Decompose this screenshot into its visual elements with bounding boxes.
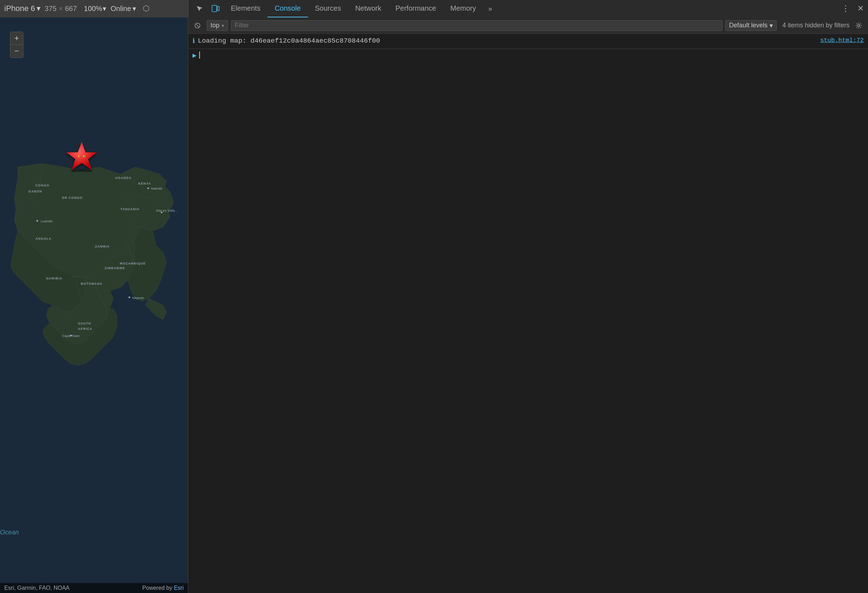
map-label-uganda: UGANDA: [115, 176, 131, 180]
main-content: GABON CONGO DR CONGO UGANDA KENYA TANZAN…: [0, 18, 868, 593]
map-label-kenya: KENYA: [138, 182, 151, 185]
tab-console[interactable]: Console: [267, 0, 307, 18]
console-log-entry-0: ℹ Loading map: d46eaef12c0a4864aec85c870…: [188, 34, 868, 49]
map-city-capetown: Cape Town: [62, 334, 80, 338]
map-label-tanzania: TANZANIA: [120, 207, 140, 211]
tab-sources[interactable]: Sources: [308, 0, 348, 18]
top-bar: iPhone 6 ▾ 375 × 667 100% ▾ Online ▾ ⬡: [0, 0, 868, 18]
network-selector[interactable]: Online ▾: [111, 4, 136, 13]
mobile-preview: GABON CONGO DR CONGO UGANDA KENYA TANZAN…: [0, 18, 188, 593]
map-label-mozambique: MOZAMBIQUE: [120, 262, 146, 265]
svg-rect-1: [217, 6, 219, 11]
devtools-panel: top ▾ Default levels ▾ 4 items hidden by…: [188, 18, 868, 593]
console-filter-input[interactable]: [231, 20, 722, 31]
device-name: iPhone 6: [4, 4, 35, 13]
console-output: ℹ Loading map: d46eaef12c0a4864aec85c870…: [188, 34, 868, 593]
hidden-items-count: 4 items hidden by filters: [782, 22, 850, 29]
star-marker[interactable]: [64, 140, 99, 172]
map-label-zambia: ZAMBIA: [95, 245, 109, 248]
console-settings-button[interactable]: [852, 19, 865, 32]
tab-performance[interactable]: Performance: [388, 0, 444, 18]
zoom-selector[interactable]: 100% ▾: [84, 4, 106, 13]
map-label-congo: CONGO: [35, 184, 49, 187]
more-tabs-button[interactable]: »: [483, 0, 497, 18]
browser-toolbar: iPhone 6 ▾ 375 × 667 100% ▾ Online ▾ ⬡: [0, 0, 188, 18]
svg-point-18: [148, 187, 149, 189]
log-level-label: Default levels: [729, 22, 768, 29]
network-dropdown-arrow: ▾: [133, 4, 136, 13]
console-toolbar: top ▾ Default levels ▾ 4 items hidden by…: [188, 18, 868, 34]
map-label-gabon: GABON: [28, 190, 42, 193]
log-level-arrow: ▾: [770, 22, 773, 30]
devtools-close-button[interactable]: ✕: [853, 0, 868, 18]
devtools-menu-button[interactable]: ⋮: [838, 0, 853, 18]
tab-network[interactable]: Network: [348, 0, 388, 18]
svg-point-27: [79, 156, 80, 157]
tab-memory[interactable]: Memory: [443, 0, 483, 18]
device-toggle-icon[interactable]: [207, 0, 224, 18]
dimension-display: 375 × 667: [45, 4, 77, 13]
map-label-southafrica1: SOUTH: [78, 322, 91, 325]
map-label-zimbabwe: ZIMBABWE: [105, 266, 125, 270]
context-label: top: [211, 22, 220, 29]
map-city-maputo: Maputo: [132, 296, 144, 300]
zoom-value: 100%: [84, 4, 102, 13]
log-entry-text: Loading map: d46eaef12c0a4864aec85c87084…: [198, 36, 816, 46]
map-label-namibia: NAMIBIA: [46, 277, 62, 280]
zoom-dropdown-arrow: ▾: [103, 4, 106, 13]
map-city-daressalaam: Dar es Sala...: [156, 208, 177, 212]
console-input-row[interactable]: ▶: [188, 49, 868, 61]
map-label-drCongo: DR CONGO: [62, 196, 83, 199]
svg-rect-0: [212, 5, 217, 12]
map-city-luanda: Luanda: [41, 219, 53, 223]
esri-link[interactable]: Esri: [174, 585, 184, 591]
viewport-height: 667: [65, 4, 77, 13]
device-dropdown-arrow[interactable]: ▾: [37, 4, 40, 13]
map-attribution: Esri, Garmin, FAO, NOAA Powered by Esri: [0, 583, 188, 593]
map-label-angola: ANGOLA: [35, 237, 52, 240]
tab-elements[interactable]: Elements: [224, 0, 267, 18]
map-label-botswana: BOTSWANA: [81, 282, 103, 286]
svg-point-23: [71, 169, 92, 172]
console-clear-button[interactable]: [191, 19, 204, 32]
svg-point-21: [128, 296, 130, 298]
log-level-selector[interactable]: Default levels ▾: [725, 20, 777, 31]
map-label-southafrica2: AFRICA: [78, 327, 92, 330]
map-area[interactable]: GABON CONGO DR CONGO UGANDA KENYA TANZAN…: [0, 18, 188, 593]
svg-point-20: [36, 220, 38, 221]
context-selector[interactable]: top ▾: [207, 20, 228, 31]
svg-line-30: [196, 24, 199, 27]
svg-point-28: [84, 156, 85, 157]
map-city-nairobi: Nairobi: [151, 186, 162, 190]
log-entry-source[interactable]: stub.html:72: [821, 36, 864, 45]
console-cursor: [199, 52, 200, 59]
devtools-bar: Elements Console Sources Network Perform…: [188, 0, 868, 18]
network-value: Online: [111, 4, 131, 13]
viewport-width: 375: [45, 4, 56, 13]
attribution-text: Esri, Garmin, FAO, NOAA: [4, 585, 69, 591]
console-prompt-symbol: ▶: [192, 51, 196, 59]
dimension-separator: ×: [59, 4, 63, 13]
powered-by: Powered by Esri: [142, 585, 184, 591]
zoom-in-button[interactable]: +: [10, 32, 23, 45]
zoom-out-button[interactable]: −: [10, 45, 23, 58]
svg-point-31: [858, 25, 860, 27]
context-dropdown-arrow: ▾: [221, 23, 224, 28]
map-controls: + −: [10, 32, 24, 58]
device-selector[interactable]: iPhone 6 ▾: [4, 4, 40, 13]
svg-marker-24: [66, 142, 97, 170]
ocean-label: Ocean: [0, 529, 19, 536]
log-entry-icon: ℹ: [192, 36, 195, 46]
throttle-icon[interactable]: ⬡: [140, 3, 152, 14]
inspect-icon[interactable]: [191, 0, 207, 18]
